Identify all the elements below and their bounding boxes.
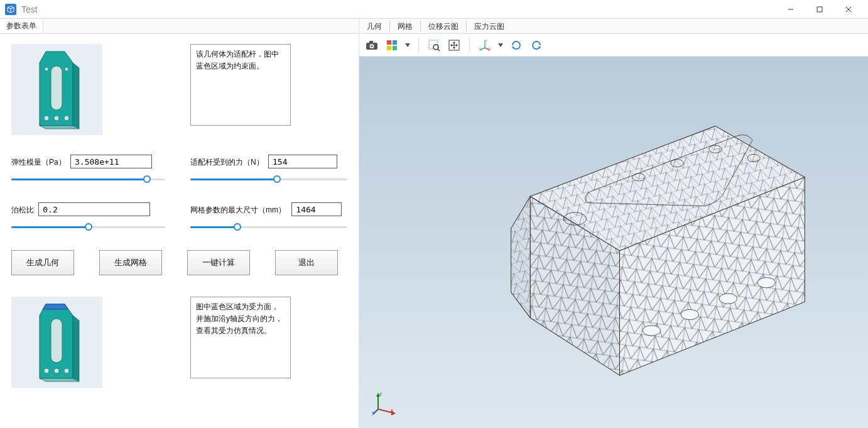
svg-text:y: y <box>479 47 481 50</box>
svg-rect-30 <box>393 46 397 50</box>
viewport-toolbar: zxy <box>359 34 868 57</box>
compute-button[interactable]: 一键计算 <box>187 250 250 275</box>
svg-marker-42 <box>498 43 503 47</box>
mesh-render <box>447 101 830 407</box>
svg-point-11 <box>44 116 49 121</box>
svg-point-12 <box>64 116 69 121</box>
tab-mesh[interactable]: 网格 <box>390 19 420 33</box>
poisson-label: 泊松比 <box>11 205 34 216</box>
svg-rect-18 <box>51 319 62 363</box>
elastic-modulus-slider[interactable] <box>11 173 165 185</box>
mesh-size-label: 网格参数的最大尺寸（mm） <box>190 205 286 216</box>
app-icon <box>5 4 16 15</box>
svg-point-22 <box>54 368 59 373</box>
fit-view-icon[interactable] <box>445 36 463 54</box>
tab-displacement[interactable]: 位移云图 <box>421 19 466 33</box>
generate-geometry-button[interactable]: 生成几何 <box>11 250 74 275</box>
svg-rect-1 <box>817 7 822 12</box>
orientation-triad: z x y <box>372 390 397 415</box>
svg-text:x: x <box>391 407 393 413</box>
left-panel: 参数表单 <box>0 19 359 428</box>
close-button[interactable] <box>834 0 863 19</box>
svg-rect-28 <box>393 40 397 45</box>
dropdown-icon[interactable] <box>403 36 412 54</box>
svg-point-54 <box>681 309 698 319</box>
svg-marker-31 <box>405 43 410 47</box>
tab-stress[interactable]: 应力云图 <box>467 19 512 33</box>
elastic-modulus-label: 弹性模量（Pa） <box>11 157 66 168</box>
left-tabbar: 参数表单 <box>0 19 359 34</box>
tab-params[interactable]: 参数表单 <box>0 19 43 33</box>
svg-rect-8 <box>51 66 62 110</box>
rotate-cw-icon[interactable] <box>507 36 525 54</box>
svg-text:z: z <box>379 391 382 397</box>
zoom-region-icon[interactable] <box>425 36 443 54</box>
svg-text:z: z <box>486 39 487 42</box>
force-slider[interactable] <box>190 173 347 185</box>
force-input[interactable] <box>268 155 337 168</box>
svg-text:x: x <box>489 47 491 50</box>
title-bar: Test <box>0 0 868 19</box>
svg-point-10 <box>65 67 68 71</box>
window-title: Test <box>21 4 38 14</box>
svg-point-20 <box>44 368 49 373</box>
right-tabbar: 几何 网格 位移云图 应力云图 <box>359 19 868 34</box>
svg-point-21 <box>64 368 69 373</box>
force-label: 适配杆受到的力（N） <box>190 157 264 168</box>
svg-point-56 <box>757 278 775 288</box>
minimize-button[interactable] <box>776 0 805 19</box>
generate-mesh-button[interactable]: 生成网格 <box>99 250 162 275</box>
svg-point-26 <box>371 45 373 47</box>
svg-marker-17 <box>40 378 79 381</box>
right-panel: 几何 网格 位移云图 应力云图 <box>359 19 868 428</box>
svg-rect-24 <box>369 41 373 43</box>
poisson-input[interactable] <box>38 202 150 216</box>
description-box-2: 图中蓝色区域为受力面，并施加沿y轴反方向的力，查看其受力仿真情况。 <box>190 297 291 378</box>
axes-icon[interactable]: zxy <box>476 36 494 54</box>
geometry-thumbnail-2 <box>11 297 102 388</box>
geometry-thumbnail-1 <box>11 44 102 135</box>
description-box-1: 该几何体为适配杆，图中蓝色区域为约束面。 <box>190 44 291 126</box>
svg-line-34 <box>438 49 440 51</box>
svg-marker-19 <box>43 304 68 309</box>
svg-point-55 <box>719 294 737 304</box>
viewport-3d[interactable]: z x y <box>359 57 868 428</box>
tab-geometry[interactable]: 几何 <box>359 19 389 33</box>
elastic-modulus-input[interactable] <box>70 155 152 168</box>
svg-marker-16 <box>73 316 79 381</box>
maximize-button[interactable] <box>805 0 834 19</box>
svg-rect-29 <box>387 46 391 50</box>
rotate-ccw-icon[interactable] <box>528 36 545 54</box>
mesh-size-input[interactable] <box>291 202 342 216</box>
multiview-icon[interactable] <box>383 36 401 54</box>
camera-icon[interactable] <box>363 36 381 54</box>
svg-text:y: y <box>372 410 374 415</box>
svg-point-9 <box>45 67 48 71</box>
svg-marker-6 <box>73 63 79 129</box>
svg-point-53 <box>643 326 660 336</box>
exit-button[interactable]: 退出 <box>275 250 338 275</box>
mesh-size-slider[interactable] <box>190 221 347 233</box>
window-controls <box>776 0 863 19</box>
svg-marker-52 <box>511 197 531 318</box>
axes-dropdown-icon[interactable] <box>496 36 505 54</box>
svg-point-13 <box>54 116 59 121</box>
svg-rect-27 <box>387 40 391 45</box>
svg-marker-7 <box>40 126 79 129</box>
poisson-slider[interactable] <box>11 221 165 233</box>
